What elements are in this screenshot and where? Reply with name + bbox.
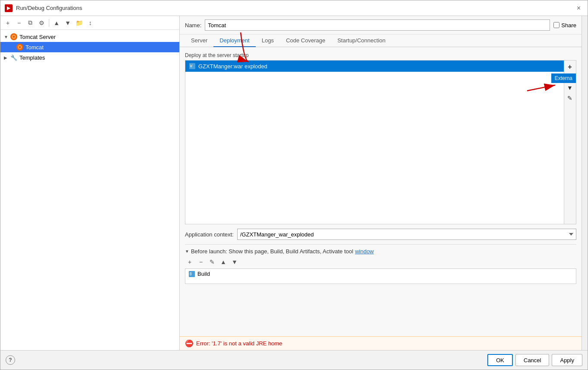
before-launch-link[interactable]: window (355, 248, 374, 255)
tab-server[interactable]: Server (185, 35, 213, 47)
deploy-area: W GZXTManger:war exploded + Externa (185, 60, 576, 224)
deploy-add-button[interactable]: + (565, 62, 575, 72)
tree-tomcat-server-group[interactable]: ▼ Tomcat Server (0, 32, 179, 42)
deploy-section: Deploy at the server startup W (185, 52, 576, 224)
left-toolbar: + − ⧉ ⚙ ▲ ▼ 📁 ↕ (0, 16, 179, 30)
window-title: Run/Debug Configurations (16, 5, 82, 11)
help-button[interactable]: ? (6, 355, 15, 365)
tabs-bar: Server Deployment Logs Code Coverage Sta… (180, 35, 582, 47)
deploy-side-toolbar: + Externa ▲ ▼ ✎ (564, 61, 576, 224)
expand-arrow-tomcat-server: ▼ (4, 35, 10, 39)
expand-arrow-templates: ▶ (4, 55, 10, 60)
svg-point-2 (13, 36, 15, 38)
settings-config-button[interactable]: ⚙ (37, 18, 46, 28)
right-panel: Name: Share Server Deployment Logs Code … (180, 16, 582, 350)
tab-startup-connection[interactable]: Startup/Connection (331, 35, 391, 47)
folder-button[interactable]: 📁 (74, 18, 84, 28)
apply-button[interactable]: Apply (552, 354, 582, 366)
build-icon: B (189, 271, 195, 277)
collapse-arrow-icon[interactable]: ▼ (185, 249, 189, 254)
share-checkbox[interactable] (553, 22, 559, 28)
share-area: Share (553, 22, 576, 29)
deploy-section-label: Deploy at the server startup (185, 52, 576, 58)
error-text: Error: '1.7' is not a valid JRE home (196, 340, 282, 347)
right-scrollbar[interactable] (582, 16, 588, 350)
move-up-button[interactable]: ▲ (52, 18, 61, 28)
tab-code-coverage[interactable]: Code Coverage (280, 35, 331, 47)
tomcat-server-icon (10, 33, 18, 41)
share-label: Share (561, 22, 576, 29)
deploy-down-button[interactable]: ▼ (565, 83, 575, 92)
tomcat-item-label: Tomcat (25, 44, 44, 51)
svg-text:B: B (190, 272, 192, 276)
external-tooltip: Externa (551, 73, 576, 83)
deploy-list: W GZXTManger:war exploded (185, 61, 564, 224)
before-launch-label: Before launch: Show this page, Build, Bu… (191, 248, 353, 255)
before-launch-remove-btn[interactable]: − (196, 257, 206, 267)
templates-icon: 🔧 (10, 54, 18, 61)
before-launch-header: ▼ Before launch: Show this page, Build, … (185, 248, 576, 255)
artifact-icon: W (189, 63, 196, 70)
add-config-button[interactable]: + (3, 18, 13, 28)
templates-label: Templates (19, 54, 45, 61)
before-launch-section: ▼ Before launch: Show this page, Build, … (185, 244, 576, 284)
config-tree: ▼ Tomcat Server (0, 30, 179, 350)
tomcat-server-label: Tomcat Server (19, 34, 56, 40)
toolbar-separator-1 (49, 19, 49, 27)
remove-config-button[interactable]: − (14, 18, 24, 28)
copy-config-button[interactable]: ⧉ (25, 18, 35, 28)
error-bar: ⛔ Error: '1.7' is not a valid JRE home (180, 336, 582, 350)
title-bar: ▶ Run/Debug Configurations × (0, 0, 588, 16)
cancel-button[interactable]: Cancel (515, 354, 549, 366)
tree-templates-group[interactable]: ▶ 🔧 Templates (0, 52, 179, 63)
bottom-bar: ? OK Cancel Apply (0, 350, 588, 370)
before-launch-down-btn[interactable]: ▼ (230, 257, 239, 267)
tomcat-item-icon (16, 43, 24, 51)
before-launch-list: B Build (185, 268, 576, 284)
app-icon: ▶ (5, 4, 13, 12)
before-launch-toolbar: + − ✎ ▲ ▼ (185, 257, 576, 267)
deploy-edit-button[interactable]: ✎ (565, 93, 575, 103)
svg-point-5 (19, 46, 21, 48)
move-down-button[interactable]: ▼ (63, 18, 73, 28)
action-buttons: OK Cancel Apply (487, 354, 582, 366)
name-input[interactable] (205, 19, 550, 31)
before-launch-up-btn[interactable]: ▲ (219, 257, 228, 267)
app-context-select[interactable]: /GZXTManger_war_exploded (237, 229, 576, 240)
before-launch-add-btn[interactable]: + (185, 257, 194, 267)
launch-item-build[interactable]: B Build (185, 269, 576, 279)
ok-button[interactable]: OK (487, 354, 513, 366)
deploy-item-0[interactable]: W GZXTManger:war exploded (185, 61, 564, 72)
name-row: Name: Share (180, 16, 582, 35)
launch-item-build-label: Build (197, 271, 210, 277)
before-launch-edit-btn[interactable]: ✎ (207, 257, 217, 267)
deploy-item-label: GZXTManger:war exploded (198, 63, 267, 70)
app-context-label: Application context: (185, 231, 234, 238)
tab-logs[interactable]: Logs (256, 35, 280, 47)
tree-tomcat-item[interactable]: Tomcat (0, 42, 179, 52)
left-panel: + − ⧉ ⚙ ▲ ▼ 📁 ↕ ▼ (0, 16, 180, 350)
close-button[interactable]: × (574, 3, 583, 13)
app-context-row: Application context: /GZXTManger_war_exp… (185, 229, 576, 240)
svg-text:W: W (190, 64, 192, 68)
tab-content-deployment: Deploy at the server startup W (180, 47, 582, 336)
name-label: Name: (185, 22, 201, 29)
sort-button[interactable]: ↕ (86, 18, 95, 28)
tab-deployment[interactable]: Deployment (213, 35, 255, 47)
error-icon: ⛔ (185, 339, 194, 348)
